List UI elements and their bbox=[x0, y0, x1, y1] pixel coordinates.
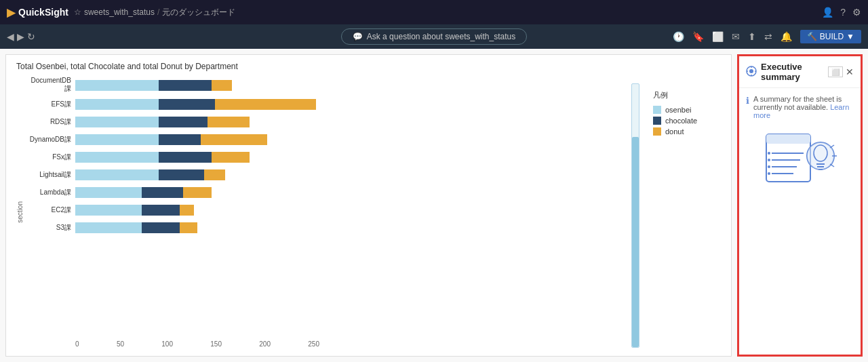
legend-color-swatch bbox=[653, 117, 661, 125]
bar-chart: DocumentDB課EFS課RDS課DynamoDB課FSx課Lightsai… bbox=[26, 77, 721, 348]
logo-icon: ▶ bbox=[7, 6, 15, 19]
exec-header-left: Executive summary bbox=[746, 62, 828, 82]
user-icon[interactable]: 👤 bbox=[822, 7, 833, 18]
main-content: Total Osenbei, total Chocolate and total… bbox=[0, 49, 868, 362]
bar-segment bbox=[208, 117, 250, 127]
ask-question-button[interactable]: 💬 Ask a question about sweets_with_statu… bbox=[341, 28, 527, 45]
top-bar: ▶ QuickSight ☆ sweets_with_status / 元のダッ… bbox=[0, 0, 868, 24]
bar-group bbox=[75, 203, 625, 217]
exec-panel-icon bbox=[746, 66, 757, 79]
forward-button[interactable]: ▶ bbox=[17, 31, 24, 42]
share-icon[interactable]: ⬜ bbox=[712, 31, 724, 42]
bar-segment bbox=[201, 134, 267, 145]
scrollbar[interactable] bbox=[631, 83, 639, 348]
help-icon[interactable]: ? bbox=[840, 7, 846, 18]
app-name: QuickSight bbox=[18, 7, 68, 18]
table-row: FSx課 bbox=[26, 150, 625, 164]
breadcrumb: ☆ sweets_with_status / 元のダッシュボード bbox=[74, 7, 235, 18]
bar-group bbox=[75, 79, 625, 92]
bar-segment bbox=[159, 169, 204, 180]
bar-label: EC2課 bbox=[26, 205, 75, 215]
table-row: Lightsail課 bbox=[26, 168, 625, 182]
bar-segment bbox=[159, 80, 211, 91]
legend-items: osenbeichocolatedonut bbox=[653, 106, 721, 136]
bar-segment bbox=[75, 80, 159, 91]
build-chevron: ▼ bbox=[846, 32, 854, 41]
legend-title: 凡例 bbox=[653, 90, 721, 100]
legend-color-swatch bbox=[653, 127, 661, 136]
nav-buttons: ◀ ▶ ↻ bbox=[7, 31, 35, 42]
bar-group bbox=[75, 133, 625, 146]
bar-group bbox=[75, 115, 625, 129]
secondbar-right: 🕐 🔖 ⬜ ✉ ⬆ ⇄ 🔔 🔨 BUILD ▼ bbox=[673, 30, 861, 43]
bar-segment bbox=[159, 117, 208, 127]
chart-container: section DocumentDB課EFS課RDS課DynamoDB課FSx課… bbox=[16, 77, 721, 348]
export-icon[interactable]: ⬆ bbox=[748, 31, 756, 42]
list-item: chocolate bbox=[653, 117, 721, 125]
back-button[interactable]: ◀ bbox=[7, 31, 14, 42]
table-row: DynamoDB課 bbox=[26, 133, 625, 146]
exec-info-text: A summary for the sheet is currently not… bbox=[753, 95, 854, 119]
svg-point-12 bbox=[768, 152, 770, 155]
mail-icon[interactable]: ✉ bbox=[732, 31, 740, 42]
bar-label: Lambda課 bbox=[26, 188, 75, 197]
info-icon: ℹ bbox=[746, 96, 749, 106]
bookmark-icon[interactable]: 🔖 bbox=[692, 31, 704, 42]
topbar-right: 👤 ? ⚙ bbox=[822, 7, 861, 18]
bar-segment bbox=[159, 99, 214, 110]
x-tick: 250 bbox=[308, 340, 319, 348]
app-logo: ▶ QuickSight bbox=[7, 6, 68, 19]
legend-item-label: chocolate bbox=[665, 117, 697, 125]
build-button[interactable]: 🔨 BUILD ▼ bbox=[800, 30, 861, 43]
bell-icon[interactable]: 🔔 bbox=[781, 31, 792, 42]
list-item: donut bbox=[653, 127, 721, 136]
exec-info: ℹ A summary for the sheet is currently n… bbox=[746, 95, 854, 119]
build-icon: 🔨 bbox=[807, 32, 817, 41]
exec-close-button[interactable]: ✕ bbox=[846, 66, 854, 77]
bar-group bbox=[75, 150, 625, 164]
bar-segment bbox=[159, 134, 201, 145]
bar-segment bbox=[183, 187, 211, 198]
x-tick: 0 bbox=[75, 340, 79, 348]
chart-area: Total Osenbei, total Chocolate and total… bbox=[5, 54, 732, 357]
scrollbar-track bbox=[631, 83, 639, 348]
bar-label: RDS課 bbox=[26, 117, 75, 127]
y-axis-label: section bbox=[16, 201, 24, 223]
bar-segment bbox=[212, 80, 233, 91]
x-tick: 50 bbox=[117, 340, 124, 348]
bar-segment bbox=[142, 205, 180, 216]
exec-summary-panel: Executive summary ⬜ ✕ ℹ A summary for th… bbox=[737, 54, 863, 357]
svg-rect-7 bbox=[766, 134, 810, 144]
bar-segment bbox=[159, 152, 211, 163]
breadcrumb-path2: 元のダッシュボード bbox=[162, 7, 235, 18]
exec-title: Executive summary bbox=[761, 62, 828, 82]
bar-segment bbox=[75, 187, 142, 198]
bar-segment bbox=[75, 205, 142, 216]
clock-icon[interactable]: 🕐 bbox=[673, 31, 684, 42]
table-row: Lambda課 bbox=[26, 186, 625, 199]
chart-title: Total Osenbei, total Chocolate and total… bbox=[16, 62, 721, 71]
bar-label: DocumentDB課 bbox=[26, 77, 75, 94]
arrow-icon[interactable]: ⇄ bbox=[764, 31, 772, 42]
bar-group bbox=[75, 221, 625, 235]
bars-container: DocumentDB課EFS課RDS課DynamoDB課FSx課Lightsai… bbox=[26, 77, 625, 338]
settings-icon[interactable]: ⚙ bbox=[852, 7, 861, 18]
ask-label: Ask a question about sweets_with_status bbox=[367, 32, 515, 41]
breadcrumb-star[interactable]: ☆ bbox=[74, 7, 81, 17]
exec-header: Executive summary ⬜ ✕ bbox=[739, 56, 861, 88]
table-row: EFS課 bbox=[26, 98, 625, 111]
exec-expand-button[interactable]: ⬜ bbox=[828, 66, 843, 77]
bar-group bbox=[75, 186, 625, 199]
bar-label: DynamoDB課 bbox=[26, 135, 75, 144]
bar-group bbox=[75, 98, 625, 111]
exec-info-main: A summary for the sheet is currently not… bbox=[753, 95, 842, 111]
svg-point-17 bbox=[807, 142, 834, 169]
x-tick: 200 bbox=[259, 340, 271, 348]
bar-segment bbox=[142, 187, 184, 198]
bar-segment bbox=[142, 222, 180, 233]
breadcrumb-sep1: / bbox=[157, 7, 159, 17]
svg-point-1 bbox=[749, 69, 753, 73]
refresh-button[interactable]: ↻ bbox=[27, 31, 35, 42]
table-row: RDS課 bbox=[26, 115, 625, 129]
svg-point-15 bbox=[768, 172, 770, 175]
